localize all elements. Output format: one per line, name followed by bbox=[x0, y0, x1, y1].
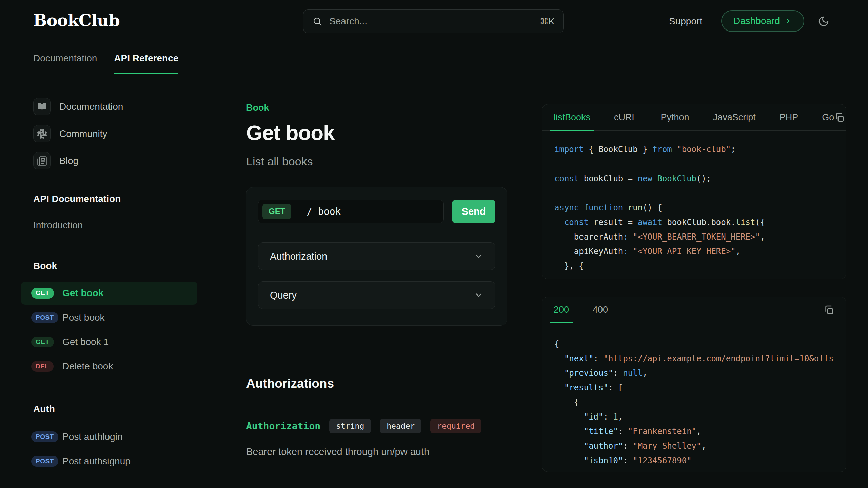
method-pill-get: GET bbox=[262, 204, 291, 219]
copy-icon bbox=[834, 112, 845, 123]
method-pill: GET bbox=[31, 337, 54, 347]
sidebar-item-blog[interactable]: Blog bbox=[33, 152, 197, 169]
breadcrumb[interactable]: Book bbox=[246, 103, 507, 113]
dashboard-label: Dashboard bbox=[733, 16, 780, 26]
chevron-down-icon bbox=[474, 290, 484, 300]
blog-icon bbox=[33, 152, 51, 169]
sidebar-heading-book: Book bbox=[33, 261, 197, 271]
top-header: BookClub Search... ⌘K Support Dashboard bbox=[0, 0, 868, 43]
send-button[interactable]: Send bbox=[452, 200, 495, 223]
endpoint-row: GET / book Send bbox=[258, 200, 495, 223]
param-badge: string bbox=[329, 419, 371, 433]
response-line: "id": 1, bbox=[554, 410, 834, 424]
moon-icon bbox=[818, 16, 829, 27]
code-language-tab[interactable]: Python bbox=[661, 104, 689, 130]
response-status-tabs: 200 400 bbox=[554, 297, 608, 323]
code-line bbox=[554, 157, 834, 171]
copy-code-button[interactable] bbox=[834, 112, 845, 123]
field-divider bbox=[299, 204, 299, 219]
nav-tab[interactable]: Documentation bbox=[33, 43, 97, 74]
sidebar-heading-api-documentation: API Documentation bbox=[33, 194, 197, 204]
response-line: "author": "Mary Shelley", bbox=[554, 439, 834, 453]
chevron-down-icon bbox=[474, 251, 484, 261]
code-panel-header: listBooks cURL Python JavaScript bbox=[542, 104, 846, 131]
endpoint-path-field[interactable]: GET / book bbox=[258, 200, 444, 223]
tab-label: Go bbox=[822, 112, 834, 123]
param-badges: string header required bbox=[329, 419, 481, 433]
tab-label: PHP bbox=[780, 112, 798, 123]
sidebar-auth-endpoints: POST Post authlogin POST Post authsignup bbox=[21, 425, 197, 473]
response-line: "previous": null, bbox=[554, 366, 834, 381]
sidebar-endpoint-item[interactable]: DEL Delete book bbox=[21, 355, 197, 378]
nav-tab-label: API Reference bbox=[114, 53, 178, 64]
sidebar-endpoint-item[interactable]: GET Get book bbox=[21, 282, 197, 305]
sidebar-heading-auth: Auth bbox=[33, 404, 197, 414]
sidebar-endpoint-item[interactable]: POST Post authlogin bbox=[21, 425, 197, 448]
doc-nav-tabs: Documentation API Reference bbox=[0, 43, 868, 74]
theme-toggle-button[interactable] bbox=[818, 16, 829, 27]
response-line: { bbox=[554, 337, 834, 351]
tab-label: 400 bbox=[593, 305, 608, 315]
param-badge: required bbox=[430, 419, 481, 433]
method-pill: DEL bbox=[31, 361, 54, 372]
code-language-tab[interactable]: Go bbox=[822, 104, 834, 130]
code-line: apiKeyAuth: "<YOUR_API_KEY_HERE>", bbox=[554, 244, 834, 259]
code-sample-body: import { BookClub } from "book-club";con… bbox=[542, 131, 846, 279]
tab-label: Python bbox=[661, 112, 689, 123]
sidebar-item-documentation[interactable]: Documentation bbox=[33, 98, 197, 115]
sidebar-links: Documentation Community Blog bbox=[33, 98, 197, 169]
page-title: Get book bbox=[246, 121, 507, 145]
response-panel-header: 200 400 bbox=[542, 297, 846, 323]
authorizations-heading: Authorizations bbox=[246, 377, 507, 391]
code-line: import { BookClub } from "book-club"; bbox=[554, 142, 834, 157]
query-dropdown[interactable]: Query bbox=[258, 281, 495, 309]
response-line: "next": "https://api.example.com/endpoin… bbox=[554, 351, 834, 366]
code-language-tab[interactable]: JavaScript bbox=[713, 104, 756, 130]
page-subtitle: List all books bbox=[246, 155, 507, 168]
param-description: Bearer token received through un/pw auth bbox=[246, 446, 507, 458]
code-line bbox=[554, 186, 834, 201]
sidebar-item-introduction[interactable]: Introduction bbox=[33, 220, 197, 231]
code-language-tab[interactable]: listBooks bbox=[554, 104, 590, 130]
response-status-tab[interactable]: 200 bbox=[554, 297, 569, 323]
support-link[interactable]: Support bbox=[669, 16, 702, 27]
request-playground-card: GET / book Send Authorization Query bbox=[246, 187, 507, 326]
search-icon bbox=[312, 16, 322, 26]
endpoint-label: Get book bbox=[62, 288, 103, 299]
code-line: }, { bbox=[554, 259, 834, 273]
sidebar-endpoint-item[interactable]: POST Post book bbox=[21, 306, 197, 329]
chevron-right-icon bbox=[785, 17, 792, 25]
sidebar-item-community[interactable]: Community bbox=[33, 125, 197, 142]
endpoint-label: Delete book bbox=[62, 361, 113, 372]
page: { "header": { "logo": "BookClub", "searc… bbox=[0, 0, 868, 488]
section-divider bbox=[246, 478, 507, 478]
sidebar-endpoint-item[interactable]: POST Post authsignup bbox=[21, 450, 197, 473]
sidebar-link-label: Blog bbox=[59, 156, 78, 166]
tab-label: cURL bbox=[614, 112, 637, 123]
sidebar-link-label: Documentation bbox=[59, 101, 123, 112]
tab-label: JavaScript bbox=[713, 112, 756, 123]
code-language-tab[interactable]: PHP bbox=[780, 104, 798, 130]
brand-logo[interactable]: BookClub bbox=[33, 11, 120, 30]
code-line: const bookClub = new BookClub(); bbox=[554, 171, 834, 186]
code-language-tabs: listBooks cURL Python JavaScript bbox=[554, 104, 834, 130]
search-shortcut: ⌘K bbox=[540, 16, 554, 27]
nav-tab[interactable]: API Reference bbox=[114, 43, 178, 74]
tab-label: listBooks bbox=[554, 112, 590, 123]
response-status-tab[interactable]: 400 bbox=[593, 297, 608, 323]
method-pill: POST bbox=[31, 456, 58, 467]
endpoint-label: Get book 1 bbox=[62, 337, 109, 347]
code-line: async function run() { bbox=[554, 201, 834, 215]
param-name: Authorization bbox=[246, 421, 320, 432]
dashboard-button[interactable]: Dashboard bbox=[721, 10, 804, 32]
authorization-dropdown[interactable]: Authorization bbox=[258, 242, 495, 270]
response-line: "title": "Frankenstein", bbox=[554, 424, 834, 439]
method-pill: GET bbox=[31, 288, 54, 299]
code-language-tab[interactable]: cURL bbox=[614, 104, 637, 130]
response-line: { bbox=[554, 395, 834, 410]
search-input[interactable]: Search... ⌘K bbox=[303, 9, 564, 33]
copy-response-button[interactable] bbox=[824, 305, 834, 316]
sidebar-link-label: Community bbox=[59, 128, 107, 139]
sidebar-endpoint-item[interactable]: GET Get book 1 bbox=[21, 330, 197, 353]
param-badge: header bbox=[380, 419, 421, 433]
